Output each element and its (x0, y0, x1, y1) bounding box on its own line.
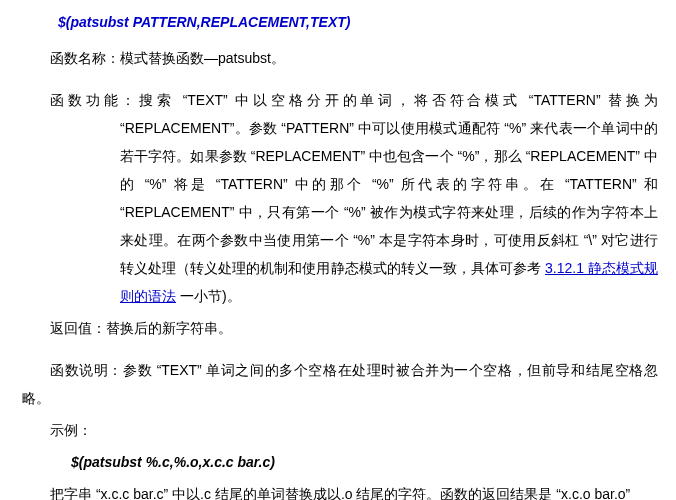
function-description-text: 函数功能：搜索 “TEXT” 中以空格分开的单词，将否符合模式 “TATTERN… (50, 92, 658, 276)
function-note-text: 函数说明：参数 “TEXT” 单词之间的多个空格在处理时被合并为一个空格，但前导… (22, 362, 658, 406)
example-code: $(patsubst %.c,%.o,x.c.c bar.c) (71, 448, 658, 476)
function-description-para: 函数功能：搜索 “TEXT” 中以空格分开的单词，将否符合模式 “TATTERN… (120, 86, 658, 310)
function-description-tail: 一小节)。 (176, 288, 241, 304)
return-value-para: 返回值：替换后的新字符串。 (22, 314, 658, 342)
example-result-para: 把字串 “x.c.c bar.c” 中以.c 结尾的单词替换成以.o 结尾的字符… (22, 480, 658, 500)
function-note-para: 函数说明：参数 “TEXT” 单词之间的多个空格在处理时被合并为一个空格，但前导… (22, 356, 658, 412)
document-body: $(patsubst PATTERN,REPLACEMENT,TEXT) 函数名… (0, 0, 676, 500)
example-label: 示例： (22, 416, 658, 444)
function-syntax-title: $(patsubst PATTERN,REPLACEMENT,TEXT) (58, 8, 658, 36)
function-name-para: 函数名称：模式替换函数—patsubst。 (22, 44, 658, 72)
